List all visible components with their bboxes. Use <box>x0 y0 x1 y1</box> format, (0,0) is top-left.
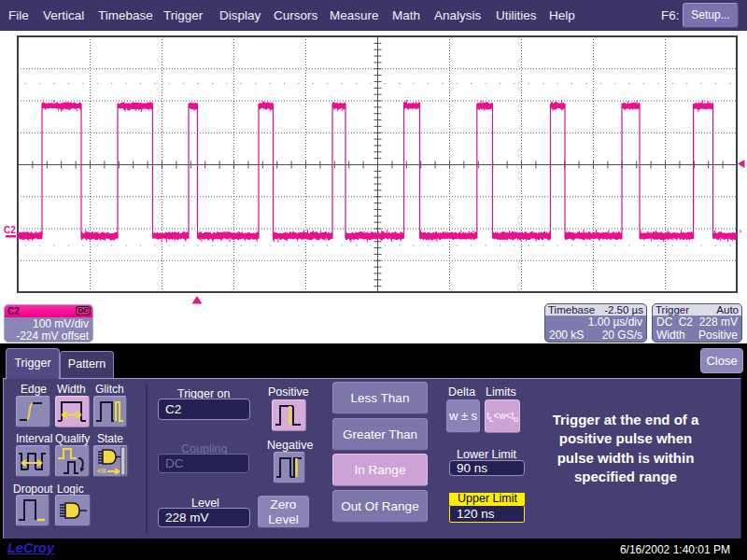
svg-text:C2: C2 <box>4 225 16 235</box>
svg-text:<II: <II <box>97 467 106 475</box>
